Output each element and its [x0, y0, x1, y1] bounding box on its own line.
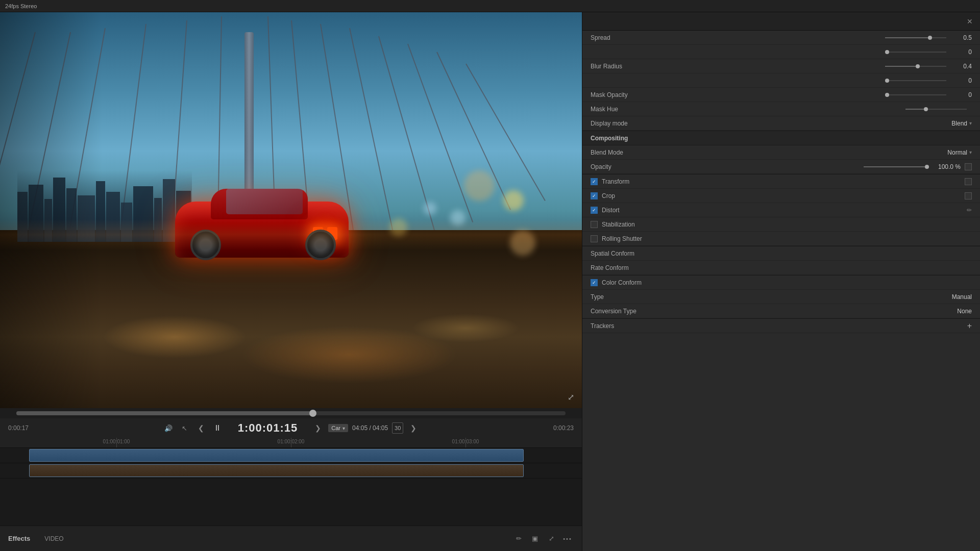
timeline-scrubber[interactable] [16, 411, 566, 415]
transform-row[interactable]: Transform [582, 174, 980, 189]
play-pause-btn[interactable]: ⏸ [211, 421, 224, 435]
spread-value: 0.5 [951, 34, 972, 41]
volume-btn[interactable]: 🔊 [162, 422, 175, 434]
crop-row[interactable]: Crop [582, 189, 980, 203]
trackers-add-btn[interactable]: + [967, 321, 972, 331]
more-icon-btn[interactable]: ••• [561, 533, 574, 545]
main-transport: 0:00:17 🔊 ↖ ❮ ⏸ 1:00:01:15 ❯ Car ▾ 04:05… [0, 418, 582, 438]
mask-hue-slider[interactable] [905, 109, 967, 110]
distort-edit-icon[interactable]: ✏ [967, 207, 972, 214]
opacity-checkbox[interactable] [965, 163, 972, 170]
mask-opacity-value: 0 [951, 91, 972, 98]
blend-mode-arrow: ▾ [969, 149, 972, 155]
right-panel: ✕ Spread 0.5 [582, 12, 980, 551]
blur-radius-label: Blur Radius [591, 63, 880, 70]
pencil-icon-btn[interactable]: ✏ [512, 533, 525, 545]
spread-row-2: 0 [582, 45, 980, 59]
mask-opacity-slider[interactable] [885, 94, 946, 95]
spread-slider-thumb-2[interactable] [885, 50, 889, 54]
blur-radius-slider-2[interactable] [885, 80, 946, 81]
panel-header: ✕ [582, 12, 980, 31]
type-dropdown[interactable]: Manual [952, 293, 972, 300]
crop-checkbox[interactable] [591, 192, 598, 199]
blend-mode-dropdown[interactable]: Normal ▾ [947, 149, 972, 156]
mask-hue-label: Mask Hue [591, 106, 900, 113]
forward-btn[interactable]: ❯ [407, 422, 420, 434]
type-value: Manual [952, 293, 972, 300]
display-mode-dropdown[interactable]: Blend ▾ [951, 120, 972, 127]
ruler-label-1: 01:00:01:00 [103, 439, 130, 444]
fullscreen-icon-btn[interactable]: ⤢ [545, 533, 557, 545]
transform-label: Transform [602, 178, 965, 185]
spatial-conform-row: Spatial Conform [582, 246, 980, 261]
spread-value-2: 0 [951, 48, 972, 56]
properties-scroll[interactable]: Spread 0.5 0 Blur [582, 31, 980, 551]
timeline-area: 01:00:01:00 01:00:02:00 01:00:03:00 [0, 438, 582, 525]
crop-options[interactable] [965, 192, 972, 199]
mask-hue-fill [905, 109, 924, 110]
scrubber-fill [16, 411, 313, 415]
time-left: 0:00:17 [8, 424, 29, 432]
clip-dropdown-icon[interactable]: ▾ [342, 425, 345, 431]
compositing-header: Compositing [582, 131, 980, 145]
counter-display: 04:05 / 04:05 [352, 424, 388, 432]
stabilization-checkbox[interactable] [591, 221, 598, 228]
display-mode-label: Display mode [591, 120, 951, 127]
close-button[interactable]: ✕ [965, 16, 975, 27]
blend-mode-label: Blend Mode [591, 149, 947, 156]
blur-radius-value: 0.4 [951, 63, 972, 70]
mask-hue-row: Mask Hue [582, 102, 980, 116]
transform-options[interactable] [965, 178, 972, 185]
transform-checkbox[interactable] [591, 178, 598, 185]
rolling-shutter-checkbox[interactable] [591, 235, 598, 242]
type-row: Type Manual [582, 290, 980, 304]
tab-video[interactable]: VIDEO [40, 533, 67, 544]
loop-btn[interactable]: 30 [392, 422, 403, 434]
distort-checkbox[interactable] [591, 207, 598, 214]
mask-opacity-thumb[interactable] [885, 93, 889, 97]
clip-block-2[interactable] [29, 464, 524, 477]
mask-hue-thumb[interactable] [924, 107, 928, 111]
next-btn[interactable]: ❯ [312, 422, 324, 434]
spread-row: Spread 0.5 [582, 31, 980, 45]
blur-radius-slider[interactable] [885, 66, 946, 67]
spread-slider-2[interactable] [885, 52, 946, 53]
monitor-icon-btn[interactable]: ▣ [529, 533, 541, 545]
conversion-type-dropdown[interactable]: None [957, 308, 972, 315]
trackers-row: Trackers + [582, 319, 980, 333]
conversion-type-label: Conversion Type [591, 308, 957, 315]
color-conform-label: Color Conform [602, 279, 972, 286]
expand-video-btn[interactable]: ⤢ [565, 391, 577, 403]
timeline-track-1 [0, 448, 582, 463]
video-frame: ⤢ [0, 12, 582, 408]
spread-slider-thumb[interactable] [928, 36, 932, 40]
color-conform-row[interactable]: Color Conform [582, 276, 980, 290]
spread-slider[interactable] [885, 37, 946, 38]
effects-label: Effects [8, 535, 30, 542]
conversion-type-value: None [957, 308, 972, 315]
opacity-slider[interactable] [864, 166, 925, 167]
blur-radius-row: Blur Radius 0.4 [582, 59, 980, 73]
opacity-row: Opacity 100.0 % [582, 160, 980, 174]
scrubber-row [0, 408, 582, 418]
distort-row[interactable]: Distort ✏ [582, 203, 980, 217]
clip-block-1[interactable] [29, 449, 524, 462]
stabilization-row[interactable]: Stabilization [582, 217, 980, 232]
scrubber-head[interactable] [309, 410, 316, 417]
rolling-shutter-row[interactable]: Rolling Shutter [582, 232, 980, 246]
motion-blur [0, 12, 102, 408]
mask-opacity-label: Mask Opacity [591, 91, 880, 98]
clip-label[interactable]: Car ▾ [328, 424, 348, 432]
color-conform-checkbox[interactable] [591, 279, 598, 286]
opacity-value: 100.0 % [930, 163, 961, 170]
blur-radius-fill [885, 66, 916, 67]
blur-radius-thumb-2[interactable] [885, 79, 889, 83]
spread-label: Spread [591, 34, 880, 41]
counter-value: 04:05 / 04:05 [352, 424, 388, 432]
clip-name: Car [331, 425, 340, 431]
top-bar: 24fps Stereo [0, 0, 980, 12]
opacity-thumb[interactable] [925, 165, 929, 169]
prev-btn[interactable]: ❮ [195, 422, 207, 434]
cursor-btn[interactable]: ↖ [179, 422, 191, 434]
blur-radius-thumb[interactable] [916, 64, 920, 68]
